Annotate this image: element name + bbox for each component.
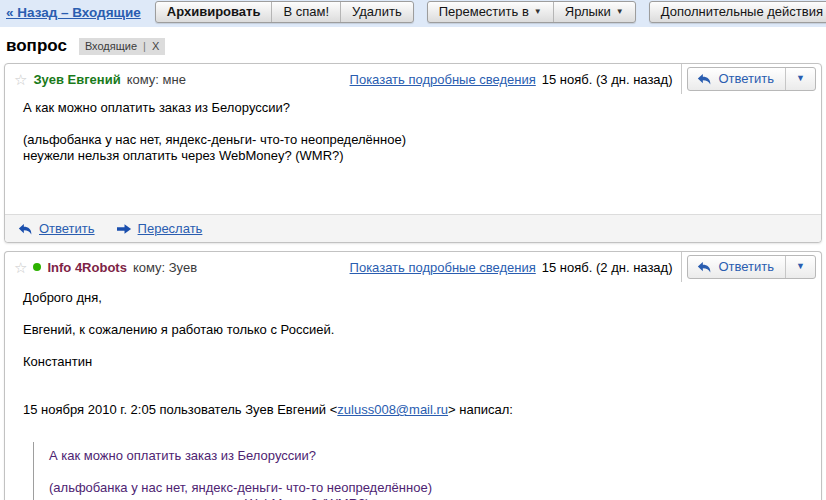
reply-arrow-icon: [697, 73, 712, 85]
sender-name: Зуев Евгений: [33, 72, 120, 87]
reply-button-label: Ответить: [719, 259, 775, 274]
archive-button[interactable]: Архивировать: [156, 2, 272, 22]
message-1-sender-block: ☆ Зуев Евгений кому: мне: [5, 72, 350, 87]
inbox-label: Входящие: [85, 40, 137, 52]
message-body: А как можно оплатить заказ из Белоруссии…: [5, 94, 821, 214]
recipient-text: кому: мне: [127, 72, 186, 87]
reply-dropdown-button[interactable]: ▼: [785, 256, 815, 278]
dropdown-arrow-icon: ▼: [796, 262, 805, 271]
message-1-header: ☆ Зуев Евгений кому: мне Показать подроб…: [5, 64, 821, 94]
forward-arrow-icon: [117, 223, 132, 235]
more-actions-button[interactable]: Дополнительные действия ▼: [650, 2, 826, 22]
footer-forward-label: Переслать: [138, 221, 203, 236]
move-to-label: Переместить в: [439, 4, 529, 19]
toolbar-group-organize: Переместить в ▼ Ярлыки ▼: [427, 1, 636, 23]
inbox-label-chip: Входящие | X: [79, 38, 165, 55]
show-details-link[interactable]: Показать подробные сведения: [350, 72, 536, 87]
footer-forward-link[interactable]: Переслать: [117, 221, 203, 236]
chip-separator: |: [143, 40, 146, 52]
message-card-1: ☆ Зуев Евгений кому: мне Показать подроб…: [4, 63, 822, 243]
reply-dropdown-button[interactable]: ▼: [785, 68, 815, 90]
footer-reply-link[interactable]: Ответить: [18, 221, 95, 236]
message-2-header: ☆ Info 4Robots кому: Зуев Показать подро…: [5, 252, 821, 282]
labels-button[interactable]: Ярлыки ▼: [553, 2, 635, 22]
subject-row: вопрос Входящие | X: [0, 27, 826, 63]
dropdown-arrow-icon: ▼: [534, 8, 542, 16]
reply-button-group: Ответить ▼: [687, 67, 817, 91]
spam-button[interactable]: В спам!: [271, 2, 340, 22]
page-title: вопрос: [6, 36, 67, 56]
move-to-button[interactable]: Переместить в ▼: [428, 2, 553, 22]
quote-attribution-prefix: 15 ноября 2010 г. 2:05 пользователь Зуев…: [23, 402, 337, 417]
message-2-sender-block: ☆ Info 4Robots кому: Зуев: [5, 260, 350, 275]
back-to-inbox-link[interactable]: « Назад – Входящие: [6, 5, 141, 20]
quote-attribution-suffix: > написал:: [448, 402, 513, 417]
labels-label: Ярлыки: [565, 4, 611, 19]
remove-label-button[interactable]: X: [152, 40, 159, 52]
reply-button-cell: Ответить ▼: [681, 64, 822, 94]
message-card-2: ☆ Info 4Robots кому: Зуев Показать подро…: [4, 251, 822, 500]
reply-arrow-icon: [18, 223, 33, 235]
toolbar-group-actions: Архивировать В спам! Удалить: [155, 1, 414, 23]
message-date: 15 нояб. (2 дн. назад): [542, 260, 673, 275]
dropdown-arrow-icon: ▼: [796, 74, 805, 83]
toolbar: « Назад – Входящие Архивировать В спам! …: [0, 0, 826, 27]
reply-button[interactable]: Ответить: [688, 256, 786, 278]
reply-button-cell: Ответить ▼: [681, 252, 822, 282]
reply-button[interactable]: Ответить: [688, 68, 786, 90]
message-date: 15 нояб. (3 дн. назад): [542, 72, 673, 87]
delete-button[interactable]: Удалить: [340, 2, 413, 22]
toolbar-group-more: Дополнительные действия ▼: [649, 1, 826, 23]
email-link[interactable]: zuluss008@mail.ru: [337, 402, 448, 417]
message-1-footer: Ответить Переслать: [5, 214, 821, 242]
quoted-message-text: А как можно оплатить заказ из Белоруссии…: [33, 442, 803, 500]
show-details-link[interactable]: Показать подробные сведения: [350, 260, 536, 275]
footer-reply-label: Ответить: [39, 221, 95, 236]
message-body: Доброго дня, Евгений, к сожалению я рабо…: [5, 282, 821, 500]
reply-button-group: Ответить ▼: [687, 255, 817, 279]
dropdown-arrow-icon: ▼: [616, 8, 624, 16]
online-status-icon: [33, 263, 41, 271]
star-icon[interactable]: ☆: [14, 72, 27, 87]
more-actions-label: Дополнительные действия: [661, 4, 823, 19]
sender-name: Info 4Robots: [47, 260, 126, 275]
reply-button-label: Ответить: [719, 71, 775, 86]
quote-attribution: 15 ноября 2010 г. 2:05 пользователь Зуев…: [23, 402, 803, 418]
message-intro-text: Доброго дня, Евгений, к сожалению я рабо…: [23, 290, 803, 370]
reply-arrow-icon: [697, 261, 712, 273]
star-icon[interactable]: ☆: [14, 260, 27, 275]
recipient-text: кому: Зуев: [133, 260, 197, 275]
